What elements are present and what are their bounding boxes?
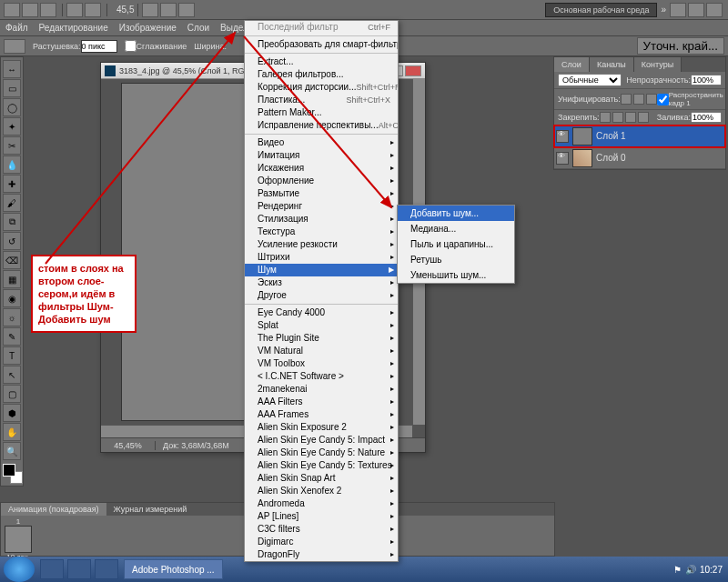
filter-group[interactable]: Видео▸ [245, 136, 398, 149]
path-tool[interactable]: ↖ [3, 366, 21, 384]
arrange-icon[interactable] [66, 3, 83, 17]
refine-edge-button[interactable]: Уточн. край... [637, 37, 724, 55]
filter-plugin[interactable]: Splat▸ [245, 319, 398, 332]
taskbar-explorer-icon[interactable] [67, 559, 91, 579]
filter-plugin[interactable]: Alien Skin Exposure 2▸ [245, 421, 398, 434]
filter-group[interactable]: Размытие▸ [245, 187, 398, 200]
filter-group[interactable]: Оформление▸ [245, 175, 398, 187]
filter-plugin[interactable]: Flaming Pear▸ [245, 561, 398, 562]
filter-plugin[interactable]: AAA Frames▸ [245, 408, 398, 421]
workspace-switcher[interactable]: Основная рабочая среда [545, 3, 657, 17]
filter-group[interactable]: Штрихи▸ [245, 251, 398, 264]
filter-vanish[interactable]: Исправление перспективы...Alt+Ctrl+V [245, 119, 398, 132]
tab-channels[interactable]: Каналы [590, 57, 634, 72]
visibility-icon[interactable] [556, 130, 569, 143]
gradient-tool[interactable]: ▦ [3, 270, 21, 288]
pen-tool[interactable]: ✎ [3, 327, 21, 346]
filter-sketch[interactable]: Эскиз▸ [245, 276, 398, 289]
filter-plugin[interactable]: C3C filters▸ [245, 523, 398, 536]
filter-plugin[interactable]: VM Toolbox▸ [245, 357, 398, 370]
rotate-icon[interactable] [178, 3, 195, 17]
zoom-display[interactable]: 45,45% [101, 441, 156, 450]
3d-tool[interactable]: ⬢ [3, 404, 21, 422]
tab-animation[interactable]: Анимация (покадровая) [1, 503, 106, 516]
filter-lens[interactable]: Коррекция дисторсии...Shift+Ctrl+R [245, 81, 398, 94]
wand-tool[interactable]: ✦ [3, 117, 21, 135]
filter-group[interactable]: Стилизация▸ [245, 213, 398, 226]
menu-edit[interactable]: Редактирование [34, 21, 114, 35]
filter-liquify[interactable]: Пластика...Shift+Ctrl+X [245, 94, 398, 106]
eyedropper-tool[interactable]: 💧 [3, 156, 21, 174]
filter-other[interactable]: Другое▸ [245, 289, 398, 302]
menu-file[interactable]: Файл [0, 21, 34, 35]
layer-item-0[interactable]: Слой 0 [554, 147, 725, 169]
filter-plugin[interactable]: Alien Skin Snap Art▸ [245, 472, 398, 485]
filter-plugin[interactable]: < I.C.NET Software >▸ [245, 370, 398, 383]
lock-icons[interactable] [600, 112, 649, 123]
filter-plugin[interactable]: AAA Filters▸ [245, 396, 398, 408]
color-swatches[interactable] [3, 464, 23, 484]
fill-input[interactable] [691, 112, 722, 123]
menu-image[interactable]: Изображение [114, 21, 182, 35]
filter-plugin[interactable]: 2manekenai▸ [245, 383, 398, 396]
taskbar-app-photoshop[interactable]: Adobe Photoshop ... [124, 559, 223, 579]
fg-color-icon[interactable] [3, 464, 15, 477]
filter-plugin[interactable]: Digimarc▸ [245, 536, 398, 548]
system-tray[interactable]: ⚑ 🔊 10:27 [668, 565, 728, 575]
blur-tool[interactable]: ◉ [3, 289, 21, 307]
filter-group[interactable]: Искажения▸ [245, 162, 398, 175]
filter-gallery[interactable]: Галерея фильтров... [245, 68, 398, 81]
visibility-icon[interactable] [556, 152, 569, 165]
filter-group[interactable]: Текстура▸ [245, 226, 398, 238]
move-tool[interactable]: ↔ [3, 60, 21, 78]
mb-icon[interactable] [40, 3, 56, 17]
antialias-checkbox[interactable] [125, 40, 136, 52]
opacity-input[interactable] [691, 75, 722, 85]
marquee-tool[interactable]: ▭ [3, 79, 21, 97]
filter-plugin[interactable]: Alien Skin Eye Candy 5: Nature▸ [245, 447, 398, 459]
animation-frame[interactable]: 1 10 сек. [5, 517, 32, 561]
eraser-tool[interactable]: ⌫ [3, 251, 21, 269]
noise-add[interactable]: Добавить шум... [398, 206, 514, 221]
screenmode-icon[interactable] [85, 3, 101, 17]
blend-mode-select[interactable]: Обычные [558, 74, 622, 86]
filter-plugin[interactable]: Andromeda▸ [245, 497, 398, 510]
window-close-icon[interactable] [706, 3, 723, 17]
filter-plugin[interactable]: DragonFly▸ [245, 548, 398, 561]
feather-input[interactable] [81, 40, 117, 53]
hand-tool[interactable]: ✋ [3, 423, 21, 441]
window-min-icon[interactable] [670, 3, 686, 17]
filter-plugin[interactable]: AP [Lines]▸ [245, 510, 398, 523]
tray-flag-icon[interactable]: ⚑ [673, 565, 682, 575]
filter-plugin[interactable]: VM Natural▸ [245, 345, 398, 357]
dodge-tool[interactable]: ☼ [3, 308, 21, 326]
shape-tool[interactable]: ▢ [3, 385, 21, 403]
filter-plugin[interactable]: Alien Skin Xenofex 2▸ [245, 485, 398, 497]
layer-item-1[interactable]: Слой 1 [554, 125, 725, 147]
doc-close-icon[interactable] [405, 65, 421, 76]
zoom-tool[interactable]: 🔍 [3, 442, 21, 460]
start-button[interactable] [4, 557, 35, 582]
tab-paths[interactable]: Контуры [634, 57, 682, 72]
filter-noise[interactable]: Шум▶ [245, 264, 398, 276]
brush-tool[interactable]: 🖌 [3, 194, 21, 212]
ps-logo-icon[interactable] [4, 3, 20, 17]
filter-pattern[interactable]: Pattern Maker... [245, 106, 398, 119]
menu-layer[interactable]: Слои [182, 21, 215, 35]
heal-tool[interactable]: ✚ [3, 175, 21, 193]
noise-median[interactable]: Медиана... [398, 221, 514, 236]
unify-icons[interactable] [621, 94, 657, 105]
lasso-tool[interactable]: ◯ [3, 98, 21, 116]
noise-reduce[interactable]: Уменьшить шум... [398, 267, 514, 283]
history-brush-tool[interactable]: ↺ [3, 232, 21, 250]
filter-group[interactable]: Имитация▸ [245, 149, 398, 162]
type-tool[interactable]: T [3, 346, 21, 365]
filter-plugin[interactable]: Eye Candy 4000▸ [245, 306, 398, 319]
filter-extract[interactable]: Extract... [245, 55, 398, 68]
tab-layers[interactable]: Слои [554, 57, 590, 72]
noise-despeckle[interactable]: Ретушь [398, 252, 514, 267]
stamp-tool[interactable]: ⧉ [3, 213, 21, 231]
filter-plugin[interactable]: The Plugin Site▸ [245, 332, 398, 345]
hand-icon[interactable] [142, 3, 158, 17]
tab-measurement[interactable]: Журнал измерений [106, 503, 195, 516]
